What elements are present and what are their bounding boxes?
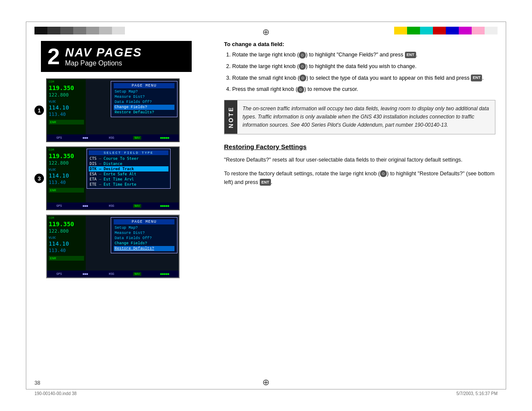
color-bar-left	[34, 27, 125, 34]
instruction-step-3: 3. Rotate the small right knob (⊙) to se…	[224, 74, 495, 82]
right-panel: To change a data field: 1. Rotate the la…	[224, 41, 504, 192]
color-bar-right	[394, 27, 498, 34]
nav-title-block: NAV PAGES Map Page Options	[65, 46, 142, 67]
large-knob-icon-2: ⊙	[299, 63, 306, 70]
step-circle-1: 1	[34, 106, 44, 115]
nav-header: 2 NAV PAGES Map Page Options	[41, 41, 192, 72]
factory-body-2: To restore the factory default settings,…	[224, 169, 495, 187]
left-panel: 2 NAV PAGES Map Page Options 1 COM 119.3…	[32, 41, 230, 278]
ent-button-2[interactable]: ENT	[471, 75, 482, 81]
ent-button-3[interactable]: ENT	[260, 179, 271, 186]
footer-left: 190-00140-00.indd 38	[34, 391, 77, 396]
gps-screen-3: COM 119.350 122.800 VLOC 114.10 113.40 E…	[46, 215, 180, 278]
instruction-list: 1. Rotate the large right knob (⊙) to hi…	[224, 51, 495, 93]
note-box: NOTE The on-screen traffic information w…	[224, 100, 495, 134]
nav-title-main: NAV PAGES	[65, 46, 142, 59]
instruction-step-1: 1. Rotate the large right knob (⊙) to hi…	[224, 51, 495, 59]
large-knob-icon-1: ⊙	[299, 52, 306, 59]
instruction-step-4: 4. Press the small right knob (⊙) to rem…	[224, 85, 495, 93]
note-content: The on-screen traffic information will o…	[237, 100, 495, 134]
nav-title-sub: Map Page Options	[65, 59, 142, 67]
factory-body-1: "Restore Defaults?" resets all four user…	[224, 156, 495, 164]
step-circle-3: 3	[34, 174, 44, 183]
instruction-step-2: 2. Rotate the large right knob (⊙) to hi…	[224, 62, 495, 71]
crosshair-top-icon: ⊕	[262, 27, 270, 37]
nav-number: 2	[47, 45, 60, 68]
gps-screen-2: COM 119.350 122.800 VLOC 114.10 113.40 E…	[46, 146, 180, 210]
note-label: NOTE	[224, 100, 237, 134]
page-border-left	[26, 22, 26, 389]
small-knob-icon-1: ⊙	[299, 75, 306, 81]
page-border-bottom	[26, 389, 506, 389]
footer-right: 5/7/2003, 5:16:37 PM	[456, 391, 498, 396]
change-field-intro: To change a data field:	[224, 41, 495, 47]
large-knob-icon-3: ⊙	[380, 170, 387, 177]
small-knob-icon-2: ⊙	[297, 86, 304, 93]
page-menu-3: PAGE MENU Setup Map? Measure Dist? Data …	[111, 217, 177, 253]
page-border-right	[506, 22, 506, 389]
restoring-factory-heading: Restoring Factory Settings	[224, 143, 495, 150]
crosshair-bottom-icon: ⊕	[262, 377, 270, 387]
ent-button-1[interactable]: ENT	[405, 52, 416, 59]
page-menu-1: PAGE MENU Setup Map? Measure Dist? Data …	[111, 81, 177, 117]
page-number: 38	[34, 380, 40, 386]
page-border-top	[26, 22, 506, 22]
select-field-menu: SELECT FIELD TYPE CTS – Course To Steer …	[87, 149, 171, 189]
gps-screen-1: COM 119.350 122.800 VLOC 114.10 113.40 E…	[46, 78, 180, 142]
